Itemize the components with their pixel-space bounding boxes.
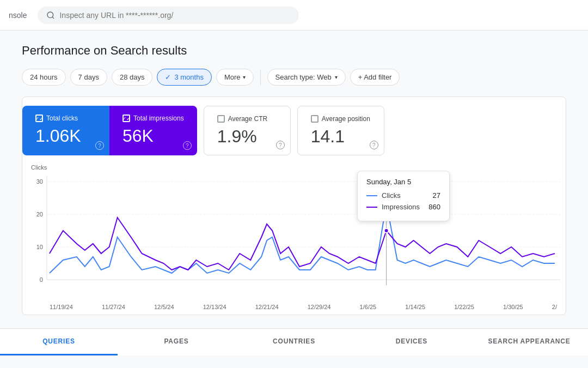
tab-devices[interactable]: DEVICES <box>353 329 470 355</box>
tab-search-appearance[interactable]: SEARCH APPEARANCE <box>470 329 588 355</box>
svg-text:30: 30 <box>36 178 43 185</box>
search-bar[interactable] <box>38 7 299 24</box>
metric-impressions-label: ✓ Total impressions <box>122 114 184 122</box>
url-search-input[interactable] <box>59 11 290 20</box>
help-impressions-icon[interactable]: ? <box>183 141 192 150</box>
clicks-value: 1.06K <box>35 126 96 146</box>
metric-avgpos-label: Average position <box>311 115 371 123</box>
svg-text:10: 10 <box>36 244 43 250</box>
metric-clicks[interactable]: ✓ Total clicks 1.06K ? <box>22 106 109 155</box>
tooltip-impressions-label: Impressions <box>366 203 420 211</box>
tooltip-date: Sunday, Jan 5 <box>366 178 440 186</box>
filter-more[interactable]: More ▾ <box>216 69 254 86</box>
ctr-value: 1.9% <box>217 127 277 146</box>
svg-text:20: 20 <box>36 211 43 218</box>
chart-svg: 0 10 20 30 <box>22 171 566 301</box>
tooltip-clicks-label: Clicks <box>366 191 401 200</box>
tab-queries[interactable]: QUERIES <box>0 329 118 355</box>
svg-text:0: 0 <box>40 276 43 283</box>
filter-bar: 24 hours 7 days 28 days ✓ 3 months More … <box>22 69 566 86</box>
filter-24h[interactable]: 24 hours <box>22 69 66 86</box>
metric-impressions[interactable]: ✓ Total impressions 56K ? <box>109 106 197 155</box>
filter-3m[interactable]: ✓ 3 months <box>157 69 211 86</box>
clicks-checkbox[interactable]: ✓ <box>35 114 43 122</box>
chevron-down-icon: ▾ <box>335 74 338 80</box>
tooltip-dot-impressions <box>384 228 389 233</box>
checkmark-icon: ✓ <box>165 73 171 81</box>
search-type-button[interactable]: Search type: Web ▾ <box>267 69 346 86</box>
filter-7d[interactable]: 7 days <box>70 69 107 86</box>
help-avgpos-icon[interactable]: ? <box>370 141 378 149</box>
impressions-line-icon <box>366 207 377 208</box>
tooltip-row-impressions: Impressions 860 <box>366 203 440 211</box>
chart-area: ✓ Total clicks 1.06K ? ✓ Total impressio… <box>22 96 566 315</box>
add-filter-button[interactable]: + Add filter <box>350 69 400 86</box>
clicks-line-icon <box>366 195 377 196</box>
help-clicks-icon[interactable]: ? <box>95 141 104 150</box>
app-title: nsole <box>9 11 27 20</box>
chart-x-labels: 11/19/24 11/27/24 12/5/24 12/13/24 12/21… <box>22 301 566 315</box>
metric-ctr[interactable]: Average CTR 1.9% ? <box>204 106 291 155</box>
metric-ctr-label: Average CTR <box>217 115 277 123</box>
tooltip-impressions-value: 860 <box>428 203 440 211</box>
ctr-checkbox[interactable] <box>217 115 225 123</box>
avgpos-checkbox[interactable] <box>311 115 318 123</box>
top-bar: nsole <box>0 0 588 31</box>
avgpos-value: 14.1 <box>311 127 371 146</box>
chevron-down-icon: ▾ <box>243 74 246 80</box>
help-ctr-icon[interactable]: ? <box>276 141 285 149</box>
tooltip-row-clicks: Clicks 27 <box>366 191 440 200</box>
tooltip-clicks-value: 27 <box>433 191 440 200</box>
svg-line-1 <box>53 17 54 19</box>
chart-container: 0 10 20 30 Sunday, Jan 5 <box>22 171 566 301</box>
divider <box>260 70 261 85</box>
metrics-row: ✓ Total clicks 1.06K ? ✓ Total impressio… <box>22 106 566 155</box>
bottom-tabs: QUERIES PAGES COUNTRIES DEVICES SEARCH A… <box>0 328 588 355</box>
chart-y-label: Clicks <box>22 164 566 171</box>
tab-pages[interactable]: PAGES <box>118 329 235 355</box>
tab-countries[interactable]: COUNTRIES <box>235 329 353 355</box>
search-icon <box>46 11 55 20</box>
main-content: Performance on Search results 24 hours 7… <box>0 31 588 328</box>
filter-28d[interactable]: 28 days <box>112 69 153 86</box>
impressions-value: 56K <box>122 126 184 146</box>
svg-point-0 <box>47 12 53 18</box>
tooltip-box: Sunday, Jan 5 Clicks 27 Impressions 860 <box>357 171 450 221</box>
page-title: Performance on Search results <box>22 44 566 58</box>
metric-clicks-label: ✓ Total clicks <box>35 114 96 122</box>
impressions-checkbox[interactable]: ✓ <box>122 114 130 122</box>
metric-avgpos[interactable]: Average position 14.1 ? <box>297 106 384 155</box>
